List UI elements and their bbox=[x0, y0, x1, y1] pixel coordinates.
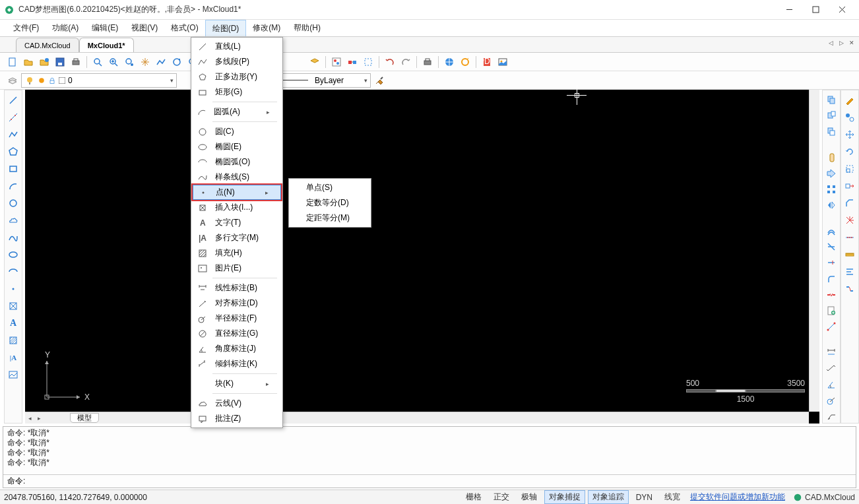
menu-item-arc[interactable]: 圆弧(A)▸ bbox=[193, 104, 281, 119]
menu-format[interactable]: 格式(O) bbox=[164, 20, 205, 36]
cloud-tool-icon[interactable] bbox=[6, 213, 20, 228]
horizontal-scrollbar[interactable]: ◂ ▸ 模型 bbox=[25, 412, 809, 424]
menu-item-image[interactable]: 图片(E) bbox=[193, 261, 281, 276]
pline-tool-icon[interactable] bbox=[6, 127, 20, 142]
sheet-next-icon[interactable]: ▸ bbox=[34, 414, 44, 423]
copy-icon[interactable] bbox=[824, 93, 839, 106]
align-icon[interactable] bbox=[843, 265, 857, 279]
divide-icon[interactable] bbox=[843, 230, 857, 245]
refresh-icon[interactable] bbox=[458, 55, 472, 69]
rect-tool-icon[interactable] bbox=[6, 162, 20, 176]
image-tool-icon[interactable] bbox=[6, 367, 20, 382]
array-icon[interactable] bbox=[824, 183, 839, 196]
image-export-icon[interactable] bbox=[495, 55, 510, 69]
status-otrack[interactable]: 对象追踪 bbox=[588, 490, 629, 504]
menu-item-dimdia[interactable]: 直径标注(G) bbox=[193, 326, 281, 341]
close-button[interactable] bbox=[829, 1, 855, 19]
spline-tool-icon[interactable] bbox=[6, 230, 20, 245]
maximize-button[interactable] bbox=[802, 1, 829, 19]
tab-next-icon[interactable]: ▷ bbox=[837, 38, 846, 47]
open-icon[interactable] bbox=[21, 55, 36, 69]
copy2-icon[interactable] bbox=[843, 110, 857, 125]
stretch-icon[interactable] bbox=[843, 179, 857, 193]
mtext-tool-icon[interactable]: |A bbox=[6, 350, 20, 365]
model-tab[interactable]: 模型 bbox=[70, 413, 99, 423]
menu-item-spline[interactable]: 样条线(S) bbox=[193, 170, 281, 185]
menu-item-line[interactable]: 直线(L) bbox=[193, 39, 281, 54]
menu-draw[interactable]: 绘图(D) bbox=[205, 20, 247, 36]
menu-item-elarc[interactable]: 椭圆弧(O) bbox=[193, 154, 281, 170]
chamfer-icon[interactable] bbox=[843, 196, 857, 210]
extend-icon[interactable] bbox=[824, 256, 839, 269]
erase-icon[interactable] bbox=[824, 150, 839, 164]
status-dyn[interactable]: DYN bbox=[631, 491, 657, 503]
select-icon[interactable] bbox=[361, 55, 375, 69]
submenu-item-divide[interactable]: 定数等分(D) bbox=[290, 195, 369, 210]
menu-item-insert[interactable]: 插入块(I...) bbox=[193, 200, 281, 215]
arc-tool-icon[interactable] bbox=[6, 179, 20, 193]
menu-item-hatch[interactable]: 填充(H) bbox=[193, 245, 281, 261]
tab-close-icon[interactable]: ✕ bbox=[847, 38, 856, 47]
zoom-window-icon[interactable] bbox=[90, 55, 105, 69]
menu-function[interactable]: 功能(A) bbox=[46, 20, 85, 36]
tab-prev-icon[interactable]: ◁ bbox=[826, 38, 835, 47]
submenu-item-measure[interactable]: 定距等分(M) bbox=[290, 210, 369, 226]
offset-icon[interactable] bbox=[824, 224, 839, 237]
menu-item-mtext[interactable]: |A多行文字(M) bbox=[193, 230, 281, 245]
print2-icon[interactable] bbox=[420, 55, 435, 69]
status-polar[interactable]: 极轴 bbox=[517, 490, 542, 504]
zoom-extents-icon[interactable] bbox=[122, 55, 137, 69]
menu-edit[interactable]: 编辑(E) bbox=[85, 20, 125, 36]
paste-icon[interactable] bbox=[824, 109, 839, 122]
dim-linear-icon[interactable] bbox=[824, 346, 839, 359]
menu-file[interactable]: 文件(F) bbox=[7, 20, 46, 36]
new-layer-icon[interactable] bbox=[824, 304, 839, 317]
scale-icon[interactable] bbox=[843, 162, 857, 176]
rotate-icon[interactable] bbox=[843, 144, 857, 159]
menu-item-dimlin[interactable]: 线性标注(B) bbox=[193, 280, 281, 296]
menu-item-text[interactable]: A文字(T) bbox=[193, 215, 281, 230]
layer-state-icon[interactable] bbox=[5, 73, 20, 88]
menu-item-dimobl[interactable]: 倾斜标注(K) bbox=[193, 356, 281, 371]
pan-icon[interactable] bbox=[138, 55, 152, 69]
properties-icon[interactable] bbox=[329, 55, 344, 69]
mirror-icon[interactable] bbox=[824, 199, 839, 212]
break-icon[interactable] bbox=[824, 288, 839, 301]
menu-item-circle[interactable]: 圆(C) bbox=[193, 124, 281, 139]
menu-help[interactable]: 帮助(H) bbox=[287, 20, 327, 36]
doc-tab-2[interactable]: MxCloud1* bbox=[79, 38, 134, 52]
hatch-tool-icon[interactable] bbox=[6, 333, 20, 348]
measure-icon[interactable] bbox=[843, 247, 857, 262]
menu-item-ellipse[interactable]: 椭圆(E) bbox=[193, 139, 281, 154]
brush-icon[interactable] bbox=[372, 73, 387, 88]
menu-modify[interactable]: 修改(M) bbox=[246, 20, 287, 36]
menu-item-dimrad[interactable]: 半径标注(F) bbox=[193, 311, 281, 326]
command-input[interactable]: 命令: bbox=[3, 474, 856, 488]
save-icon[interactable] bbox=[53, 55, 67, 69]
xline-tool-icon[interactable] bbox=[6, 110, 20, 125]
open-web-icon[interactable] bbox=[37, 55, 51, 69]
dim-angle-icon[interactable] bbox=[824, 378, 839, 391]
vertical-scrollbar[interactable] bbox=[809, 90, 819, 412]
point-tool-icon[interactable] bbox=[6, 282, 20, 296]
fillet-icon[interactable] bbox=[824, 272, 839, 286]
undo-icon[interactable] bbox=[383, 55, 397, 69]
sheet-prev-icon[interactable]: ◂ bbox=[25, 414, 34, 423]
zoom-in-icon[interactable] bbox=[106, 55, 121, 69]
status-ortho[interactable]: 正交 bbox=[489, 490, 514, 504]
move-icon[interactable] bbox=[824, 167, 839, 180]
menu-item-polygon[interactable]: 正多边形(Y) bbox=[193, 69, 281, 84]
edit-tool-icon[interactable] bbox=[843, 93, 857, 108]
pdf-icon[interactable]: PDF bbox=[480, 55, 494, 69]
menu-view[interactable]: 视图(V) bbox=[125, 20, 164, 36]
drawing-canvas[interactable]: X Y 5003500 1500 ◂ ▸ 模型 bbox=[25, 90, 819, 424]
status-osnap[interactable]: 对象捕捉 bbox=[544, 490, 585, 504]
explode-icon[interactable] bbox=[843, 213, 857, 228]
insert-tool-icon[interactable] bbox=[6, 299, 20, 313]
minimize-button[interactable] bbox=[776, 1, 802, 19]
cut-icon[interactable] bbox=[824, 125, 839, 138]
dim-radius-icon[interactable] bbox=[824, 394, 839, 407]
ellipse-arc-tool-icon[interactable] bbox=[6, 265, 20, 279]
circle-tool-icon[interactable] bbox=[6, 196, 20, 210]
menu-item-dimang[interactable]: 角度标注(J) bbox=[193, 341, 281, 356]
